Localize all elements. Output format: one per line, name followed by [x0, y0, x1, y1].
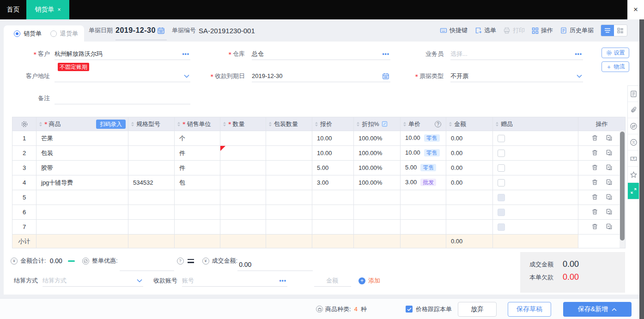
copy-row-icon[interactable] — [606, 134, 613, 141]
save-and-new-button[interactable]: 保存&新增 — [563, 302, 632, 317]
col-header-packqty[interactable]: 包装数量 — [266, 117, 312, 131]
settings-button[interactable]: 设置 — [601, 48, 629, 58]
transfer-button[interactable] — [628, 118, 639, 134]
cell-price[interactable] — [401, 205, 446, 220]
customer-more-icon[interactable]: ••• — [182, 51, 190, 57]
cell-discount[interactable]: 100.00% — [354, 131, 401, 146]
col-header-gift[interactable]: 赠品 — [493, 117, 578, 131]
discard-button[interactable]: 放弃 — [458, 302, 497, 317]
cell-product[interactable] — [36, 190, 128, 205]
col-header-price[interactable]: 单价? — [401, 117, 446, 131]
cell-price[interactable]: 10.00零售 — [401, 131, 446, 146]
cell-amount[interactable]: 0.00 — [446, 161, 493, 175]
cell-quote[interactable] — [312, 190, 354, 205]
order-discount-input[interactable] — [120, 260, 174, 271]
cell-amount[interactable] — [446, 205, 493, 220]
card-view-button[interactable] — [614, 25, 627, 36]
cell-qty[interactable] — [220, 205, 266, 220]
cell-packqty[interactable] — [266, 131, 312, 146]
cell-unit[interactable]: 件 — [175, 146, 220, 161]
cell-discount[interactable] — [354, 205, 401, 220]
history-orders-button[interactable]: 历史单据 — [560, 26, 594, 35]
remark-field[interactable] — [55, 92, 190, 104]
doc-date-value[interactable]: 2019-12-30 — [115, 19, 156, 42]
logistics-button[interactable]: ＋ 物流 — [601, 61, 629, 72]
cell-amount[interactable]: 0.00 — [446, 146, 493, 161]
list-view-button[interactable] — [601, 25, 614, 36]
cell-unit[interactable] — [175, 205, 220, 220]
calendar-icon[interactable] — [157, 27, 165, 35]
delete-row-icon[interactable] — [591, 149, 598, 156]
cell-unit[interactable]: 包 — [175, 175, 220, 190]
copy-row-icon[interactable] — [606, 193, 613, 200]
salesman-more-icon[interactable]: ••• — [575, 51, 583, 57]
price-type-tag[interactable]: 零售 — [420, 164, 436, 171]
account-more-icon[interactable]: ••• — [279, 277, 287, 284]
cell-unit[interactable] — [175, 220, 220, 235]
cell-spec[interactable] — [128, 146, 175, 161]
col-header-unit[interactable]: *销售单位 — [175, 117, 220, 131]
cell-price[interactable] — [401, 190, 446, 205]
chevron-down-icon[interactable] — [137, 279, 143, 283]
cell-unit[interactable]: 个 — [175, 131, 220, 146]
cell-spec[interactable]: 534532 — [128, 175, 175, 190]
col-header-spec[interactable]: 规格型号 — [128, 117, 175, 131]
cell-gift[interactable] — [493, 205, 578, 220]
copy-row-icon[interactable] — [606, 164, 613, 171]
edit-discount-icon[interactable] — [382, 121, 388, 127]
window-close-icon[interactable]: × — [627, 0, 644, 19]
col-header-product[interactable]: *商品扫码录入 — [36, 117, 128, 131]
radio-return-order[interactable] — [50, 30, 57, 37]
cell-spec[interactable] — [128, 190, 175, 205]
tab-sales-order[interactable]: 销货单 × — [26, 0, 69, 19]
cell-packqty[interactable] — [266, 175, 312, 190]
fullscreen-button[interactable] — [628, 183, 639, 199]
cell-qty[interactable] — [220, 146, 266, 161]
cell-discount[interactable] — [354, 220, 401, 235]
cell-discount[interactable]: 100.00% — [354, 175, 401, 190]
scan-input-button[interactable]: 扫码录入 — [96, 120, 126, 129]
gift-checkbox[interactable] — [498, 150, 505, 157]
copy-row-icon[interactable] — [606, 179, 613, 186]
cell-quote[interactable] — [312, 220, 354, 235]
gift-checkbox[interactable] — [498, 164, 505, 172]
cell-price[interactable]: 5.00零售 — [401, 161, 446, 175]
table-settings-header[interactable] — [12, 117, 36, 131]
delete-row-icon[interactable] — [591, 179, 598, 186]
cell-unit[interactable]: 件 — [175, 161, 220, 175]
cell-qty[interactable] — [220, 161, 266, 175]
favorite-button[interactable] — [628, 167, 639, 183]
tab-home[interactable]: 首页 — [0, 0, 26, 19]
cell-quote[interactable]: 10.00 — [312, 131, 354, 146]
cell-gift[interactable] — [493, 146, 578, 161]
table-settings-icon[interactable] — [21, 120, 28, 128]
cell-qty[interactable] — [220, 220, 266, 235]
pick-order-button[interactable]: 选单 — [474, 26, 496, 35]
cell-gift[interactable] — [493, 161, 578, 175]
cell-product[interactable]: 包装 — [36, 146, 128, 161]
address-field[interactable] — [55, 70, 190, 82]
attachment-button[interactable] — [628, 102, 639, 118]
deal-amount-input[interactable]: 0.00 — [237, 258, 313, 271]
col-header-discount[interactable]: 折扣% — [354, 117, 401, 131]
help-circle-icon[interactable]: ? — [177, 258, 184, 265]
cell-qty[interactable] — [220, 190, 266, 205]
copy-row-icon[interactable] — [606, 208, 613, 215]
form-record-button[interactable] — [628, 86, 639, 102]
radio-sales-order-label[interactable]: 销货单 — [24, 30, 42, 38]
delete-row-icon[interactable] — [591, 208, 598, 215]
shortcut-keys-button[interactable]: 快捷键 — [440, 26, 468, 35]
price-type-tag[interactable]: 批发 — [420, 179, 436, 186]
cell-quote[interactable]: 5.00 — [312, 161, 354, 175]
price-track-option[interactable]: 价格跟踪本单 — [406, 299, 452, 319]
cell-qty[interactable] — [220, 131, 266, 146]
customer-field[interactable]: 杭州解放路沃尔玛 ••• — [55, 48, 190, 60]
cell-gift[interactable] — [493, 220, 578, 235]
tab-close-icon[interactable]: × — [57, 6, 61, 13]
operate-button[interactable]: 操作 — [532, 26, 553, 35]
page-scrollbar[interactable] — [639, 19, 644, 319]
radio-sales-order[interactable] — [14, 30, 20, 37]
gift-checkbox[interactable] — [498, 179, 505, 187]
cell-amount[interactable]: 0.00 — [446, 131, 493, 146]
cell-quote[interactable]: 10.00 — [312, 146, 354, 161]
